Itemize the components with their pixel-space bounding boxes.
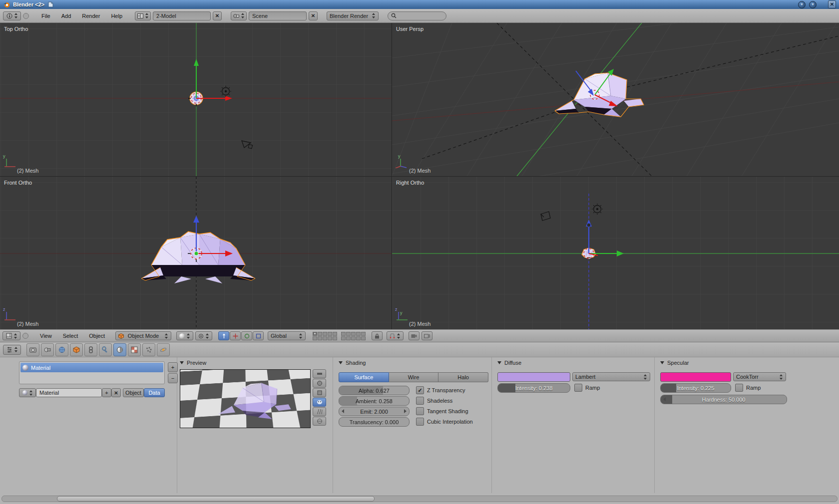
unlink-screen-button[interactable]: ✕	[213, 11, 222, 20]
close-window-button[interactable]: ✕	[828, 0, 836, 8]
turtle-mesh-front[interactable]	[141, 232, 255, 283]
unlink-scene-button[interactable]: ✕	[309, 11, 318, 20]
viewport-shading-button[interactable]	[176, 331, 193, 340]
pivot-point-button[interactable]	[195, 331, 212, 340]
preview-monkey-button[interactable]	[313, 398, 326, 407]
specular-color-swatch[interactable]	[660, 372, 731, 382]
screen-layout-name-field[interactable]: 2-Model	[153, 11, 211, 20]
menu-file[interactable]: File	[37, 13, 55, 19]
link-data-button[interactable]: Data	[144, 388, 165, 397]
lock-to-scene-button[interactable]	[372, 331, 383, 340]
menu-object[interactable]: Object	[84, 333, 109, 339]
layers-group-2[interactable]	[341, 332, 366, 340]
cubic-interpolation-checkbox[interactable]: Cubic Interpolation	[416, 418, 473, 426]
diffuse-ramp-checkbox[interactable]: Ramp	[574, 384, 600, 392]
alpha-slider[interactable]: Alpha: 0.627	[339, 386, 410, 395]
surface-button[interactable]: Surface	[339, 372, 389, 382]
tangent-shading-checkbox[interactable]: Tangent Shading	[416, 407, 468, 415]
tab-particles[interactable]	[142, 343, 155, 356]
tab-physics[interactable]	[157, 343, 170, 356]
specular-ramp-checkbox[interactable]: Ramp	[735, 384, 761, 392]
link-object-button[interactable]: Object	[123, 388, 144, 397]
tab-scene[interactable]	[41, 343, 54, 356]
render-opengl-anim-button[interactable]	[421, 331, 432, 340]
menu-render[interactable]: Render	[77, 13, 104, 19]
preview-sphere-button[interactable]	[313, 379, 326, 388]
unlink-material-button[interactable]: ✕	[111, 388, 121, 397]
browse-material-button[interactable]	[19, 388, 36, 397]
empty-image-icon[interactable]	[541, 212, 550, 221]
add-material-slot-button[interactable]: +	[168, 362, 178, 372]
remove-material-slot-button[interactable]: −	[168, 373, 178, 383]
header-collapse-button[interactable]	[23, 13, 29, 19]
scrollbar-track[interactable]	[1, 496, 838, 502]
viewport-user-persp[interactable]: User Persp y (2) Mesh	[392, 23, 839, 177]
diffuse-panel-header[interactable]: Diffuse	[497, 360, 521, 366]
scene-name-field[interactable]: Scene	[249, 11, 307, 20]
menu-view[interactable]: View	[35, 333, 56, 339]
menu-select[interactable]: Select	[58, 333, 83, 339]
editor-type-button[interactable]	[3, 11, 21, 20]
editor-type-button[interactable]	[2, 331, 20, 340]
tab-constraints[interactable]	[84, 343, 97, 356]
scale-manipulator-button[interactable]	[253, 331, 264, 340]
shade-window-button[interactable]: ▾	[798, 1, 806, 8]
wire-button[interactable]: Wire	[389, 372, 439, 382]
shadeless-checkbox[interactable]: Shadeless	[416, 397, 452, 405]
halo-button[interactable]: Halo	[438, 372, 488, 382]
lamp-object-icon[interactable]	[592, 204, 603, 215]
header-collapse-button[interactable]	[22, 333, 28, 339]
viewport-right-ortho[interactable]: Right Ortho z y (2) Mesh	[392, 177, 839, 329]
material-slot-list[interactable]: Material	[19, 361, 165, 384]
tab-material[interactable]	[113, 343, 126, 356]
diffuse-intensity-slider[interactable]: Intensity: 0.238	[497, 383, 570, 393]
viewport-top-ortho[interactable]: Top Ortho y (2) Mesh	[0, 23, 392, 177]
tab-modifiers[interactable]	[99, 343, 112, 356]
snap-button[interactable]	[387, 331, 404, 340]
diffuse-shader-dropdown[interactable]: Lambert	[572, 372, 650, 381]
translate-manipulator-button[interactable]	[230, 331, 241, 340]
specular-panel-header[interactable]: Specular	[660, 360, 689, 366]
decrement-arrow-icon[interactable]	[342, 409, 344, 413]
material-slot-row[interactable]: Material	[20, 363, 163, 372]
manipulator-toggle-button[interactable]	[218, 331, 229, 340]
tab-texture[interactable]	[128, 343, 141, 356]
tab-world[interactable]	[55, 343, 68, 356]
rollup-window-button[interactable]: ▾	[809, 1, 817, 8]
preview-flat-button[interactable]	[313, 369, 326, 378]
lamp-object-icon[interactable]	[220, 86, 231, 97]
mode-dropdown[interactable]: Object Mode	[115, 331, 171, 340]
scrollbar-thumb[interactable]	[57, 496, 375, 502]
camera-object-icon[interactable]	[242, 141, 253, 149]
menu-add[interactable]: Add	[57, 13, 76, 19]
z-transparency-checkbox[interactable]: ✓ Z Transparency	[416, 386, 465, 394]
preview-hair-button[interactable]	[313, 407, 326, 416]
viewport-front-ortho[interactable]: Front Ortho z (2) Mesh	[0, 177, 392, 329]
editor-type-button[interactable]	[3, 345, 21, 355]
ambient-slider[interactable]: Ambient: 0.258	[339, 396, 410, 406]
preview-cube-button[interactable]	[313, 388, 326, 397]
material-name-field[interactable]: Material	[36, 388, 102, 397]
tab-render[interactable]	[26, 343, 39, 356]
preview-panel-header[interactable]: Preview	[180, 360, 206, 366]
screen-layout-browse-button[interactable]	[135, 11, 151, 20]
shading-panel-header[interactable]: Shading	[339, 360, 366, 366]
render-engine-dropdown[interactable]: Blender Render	[327, 11, 379, 20]
scene-browse-button[interactable]	[231, 11, 247, 20]
search-input[interactable]	[399, 12, 442, 19]
preview-world-button[interactable]	[313, 417, 326, 426]
increment-arrow-icon[interactable]	[404, 409, 407, 413]
menu-help[interactable]: Help	[106, 13, 127, 19]
transform-orientation-dropdown[interactable]: Global	[268, 331, 306, 340]
emit-field[interactable]: Emit: 2.000	[339, 407, 410, 416]
new-material-button[interactable]: +	[102, 388, 111, 397]
layers-group-1[interactable]	[313, 332, 337, 340]
search-box[interactable]	[388, 11, 446, 20]
specular-shader-dropdown[interactable]: CookTorr	[733, 372, 786, 381]
specular-intensity-slider[interactable]: Intensity: 0.225	[660, 383, 731, 393]
diffuse-color-swatch[interactable]	[497, 372, 570, 382]
hardness-slider[interactable]: Hardness: 50.000	[660, 395, 787, 404]
decrement-arrow-icon[interactable]	[663, 397, 666, 401]
tab-object[interactable]	[70, 343, 83, 356]
render-opengl-button[interactable]	[409, 331, 420, 340]
